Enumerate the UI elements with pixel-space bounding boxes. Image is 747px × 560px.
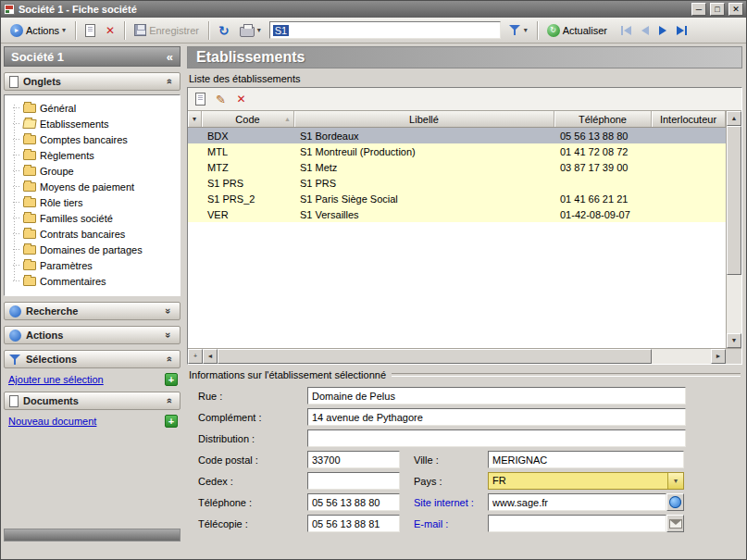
save-button[interactable]: Enregistrer: [131, 22, 203, 38]
add-selection-plus-icon[interactable]: +: [165, 373, 178, 386]
email-label: E-mail :: [414, 518, 488, 529]
info-section-header: Informations sur l'établissement sélecti…: [189, 369, 741, 380]
column-header-code[interactable]: Code ▲: [202, 111, 294, 127]
column-header-interlocuteur[interactable]: Interlocuteur: [652, 111, 726, 127]
folder-icon: [23, 230, 36, 239]
first-record-button[interactable]: [619, 24, 633, 37]
code-postal-label: Code postal :: [198, 454, 307, 466]
new-record-button[interactable]: [81, 22, 99, 39]
sidebar-header: Société 1 «: [4, 46, 181, 67]
complement-input[interactable]: [307, 408, 686, 426]
cell-interlocuteur: [652, 128, 726, 143]
new-document-link[interactable]: Nouveau document: [8, 416, 96, 427]
maximize-button[interactable]: □: [710, 3, 725, 16]
close-button[interactable]: ✕: [728, 3, 743, 16]
horizontal-scroll-track[interactable]: [218, 349, 711, 364]
sidebar-item-parametres[interactable]: Paramètres: [6, 257, 178, 273]
telecopie-input[interactable]: [307, 515, 400, 532]
rue-input[interactable]: [307, 387, 686, 404]
sidebar-item-domaines-de-partages[interactable]: Domaines de partages: [6, 242, 178, 257]
column-header-libelle[interactable]: Libellé: [294, 111, 554, 127]
vertical-scroll-thumb[interactable]: [727, 126, 741, 275]
sidebar: Société 1 « Onglets GénéralEtablissement…: [1, 44, 183, 559]
mail-icon: [669, 519, 682, 529]
horizontal-scrollbar[interactable]: + ◄ ►: [188, 348, 741, 364]
print-button[interactable]: ▾: [236, 21, 265, 39]
filter-button[interactable]: ▾: [505, 22, 531, 38]
filter-icon: [509, 24, 521, 36]
previous-record-button[interactable]: [640, 24, 651, 37]
table-row[interactable]: MTZS1 Metz03 87 17 39 00: [188, 159, 726, 175]
sidebar-item-commentaires[interactable]: Commentaires: [6, 273, 178, 289]
documents-panel-header[interactable]: Documents: [4, 392, 181, 410]
new-document-plus-icon[interactable]: +: [165, 415, 178, 428]
table-row[interactable]: VERS1 Versailles01-42-08-09-07: [188, 206, 726, 222]
delete-establishment-button[interactable]: ✕: [232, 91, 250, 108]
cell-libelle: S1 Bordeaux: [294, 128, 554, 143]
table-row[interactable]: MTLS1 Montreuil (Production)01 41 72 08 …: [188, 143, 726, 159]
scroll-down-button[interactable]: ▼: [727, 333, 741, 348]
next-record-button[interactable]: [657, 24, 668, 37]
save-icon: [134, 24, 146, 36]
cell-code: S1 PRS: [202, 175, 294, 191]
sidebar-item-role-tiers[interactable]: Rôle tiers: [6, 194, 178, 210]
add-establishment-button[interactable]: [192, 91, 209, 108]
site-internet-input[interactable]: [488, 493, 666, 511]
horizontal-scroll-thumb[interactable]: [218, 349, 652, 364]
sidebar-item-reglements[interactable]: Règlements: [6, 147, 178, 163]
table-row[interactable]: S1 PRS_2S1 Paris Siège Social01 41 66 21…: [188, 191, 726, 206]
cedex-input[interactable]: [307, 472, 400, 490]
row-selector-header[interactable]: ▾: [188, 111, 202, 127]
selections-panel-header[interactable]: Sélections: [4, 350, 181, 368]
last-record-button[interactable]: [675, 24, 689, 37]
cell-libelle: S1 PRS: [294, 175, 554, 191]
recherche-panel-header[interactable]: Recherche: [4, 302, 181, 320]
search-input[interactable]: S1: [269, 21, 501, 39]
search-value: S1: [273, 25, 289, 36]
tabs-icon: [9, 76, 19, 88]
vertical-scrollbar[interactable]: ▲ ▼: [726, 111, 741, 348]
folder-icon: [22, 119, 36, 129]
actions-menu-button[interactable]: ▸ Actions ▾: [6, 22, 69, 39]
open-website-button[interactable]: [666, 493, 684, 511]
actualiser-button[interactable]: ↻ Actualiser: [543, 22, 611, 39]
document-icon: [9, 395, 19, 407]
email-input[interactable]: [488, 515, 666, 532]
add-selection-link[interactable]: Ajouter une sélection: [8, 374, 104, 385]
add-row-button[interactable]: +: [188, 349, 203, 364]
sort-asc-icon: ▲: [284, 116, 291, 122]
table-row[interactable]: BDXS1 Bordeaux05 56 13 88 80: [188, 128, 726, 143]
code-postal-input[interactable]: [307, 451, 400, 468]
sidebar-item-moyens-de-paiement[interactable]: Moyens de paiement: [6, 179, 178, 194]
cell-telephone: 01 41 72 08 72: [554, 143, 652, 159]
scroll-left-button[interactable]: ◄: [203, 349, 218, 364]
sidebar-item-familles-societe[interactable]: Familles société: [6, 210, 178, 226]
column-header-telephone[interactable]: Téléphone: [554, 111, 652, 127]
vertical-scroll-track[interactable]: [727, 126, 741, 333]
sidebar-item-comptes-bancaires[interactable]: Comptes bancaires: [6, 131, 178, 147]
sidebar-item-groupe[interactable]: Groupe: [6, 163, 178, 179]
delete-record-button[interactable]: ✕: [102, 23, 118, 38]
actions-panel-header[interactable]: Actions: [4, 326, 181, 344]
separator: [75, 21, 76, 40]
refresh-button[interactable]: ↻: [215, 22, 233, 39]
sidebar-title: Société 1: [11, 50, 64, 64]
scroll-up-button[interactable]: ▲: [727, 111, 741, 126]
onglets-panel-header[interactable]: Onglets: [4, 72, 181, 91]
ville-input[interactable]: [488, 451, 684, 468]
telephone-input[interactable]: [307, 493, 400, 511]
actions-icon: ▸: [10, 24, 23, 37]
collapse-sidebar-button[interactable]: «: [167, 51, 173, 63]
edit-establishment-button[interactable]: ✎: [212, 91, 230, 108]
sidebar-item-contrats-bancaires[interactable]: Contrats bancaires: [6, 226, 178, 242]
sidebar-item-etablissements[interactable]: Etablissements: [6, 116, 178, 131]
chevron-down-icon[interactable]: ▾: [667, 473, 683, 489]
distribution-input[interactable]: [307, 429, 686, 447]
send-email-button[interactable]: [666, 515, 684, 532]
cell-code: VER: [202, 206, 294, 222]
minimize-button[interactable]: ─: [691, 3, 706, 16]
scroll-right-button[interactable]: ►: [711, 349, 726, 364]
pays-combobox[interactable]: FR ▾: [488, 472, 684, 490]
sidebar-item-general[interactable]: Général: [6, 100, 178, 116]
table-row[interactable]: S1 PRSS1 PRS: [188, 175, 726, 191]
